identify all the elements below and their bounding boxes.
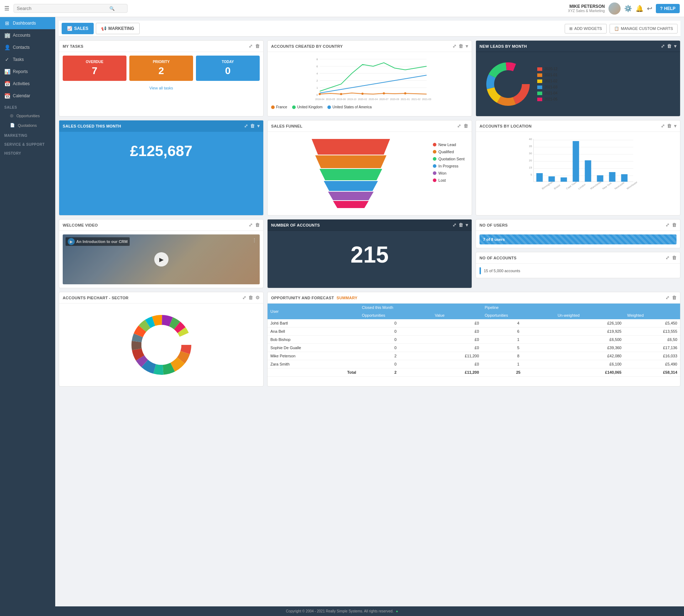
priority-card[interactable]: PRIORITY 2 — [129, 56, 193, 81]
expand-icon[interactable]: ⤢ — [244, 123, 248, 129]
sales-funnel-body: New Lead Qualified Quotation Sent — [268, 132, 472, 215]
right-widgets-column: NO OF USERS ⤢ 🗑 7 of 8 users — [476, 219, 680, 288]
welcome-video-widget: WELCOME VIDEO ⤢ 🗑 ▶ An Intr — [59, 219, 264, 288]
delete-icon[interactable]: 🗑 — [458, 43, 463, 49]
help-button[interactable]: ? HELP — [656, 4, 680, 13]
expand-icon[interactable]: ⤢ — [665, 222, 669, 228]
today-card[interactable]: TODAY 0 — [196, 56, 260, 81]
svg-rect-53 — [585, 160, 591, 182]
expand-icon[interactable]: ⤢ — [661, 123, 665, 129]
manage-charts-button[interactable]: 📋 MANAGE CUSTOM CHARTS — [610, 24, 678, 33]
sidebar-item-quotations[interactable]: 📄 Quotations — [0, 120, 55, 130]
col-opps-pipeline: Opportunities — [482, 311, 555, 319]
svg-rect-51 — [561, 177, 567, 182]
marketing-tab-icon: 📢 — [101, 26, 107, 31]
expand-icon[interactable]: ⤢ — [661, 43, 665, 49]
search-input[interactable] — [17, 6, 109, 11]
legend-2021-02: 2021-02 — [537, 79, 558, 83]
sidebar-item-contacts[interactable]: 👤 Contacts — [0, 41, 55, 53]
svg-text:6: 6 — [316, 65, 318, 68]
sidebar: ⊞ Dashboards 🏢 Accounts 👤 Contacts ✓ Tas… — [0, 17, 55, 606]
expand-icon[interactable]: ⤢ — [249, 43, 253, 49]
logout-icon[interactable]: ↩ — [647, 5, 652, 12]
delete-icon[interactable]: 🗑 — [250, 123, 255, 129]
notification-icon[interactable]: 🔔 — [636, 5, 643, 12]
sidebar-item-opportunities[interactable]: ◎ Opportunities — [0, 111, 55, 120]
cell-unweighted: £19,925 — [555, 327, 624, 336]
expand-icon[interactable]: ⤢ — [452, 43, 456, 49]
widget-icons: ⤢ 🗑 ▾ — [661, 123, 677, 129]
piechart-body — [59, 304, 263, 386]
expand-icon[interactable]: ⤢ — [457, 123, 461, 129]
widget-icons: ⤢ 🗑 ▾ — [661, 43, 677, 49]
add-widgets-button[interactable]: ⊞ ADD WIDGETS — [565, 24, 607, 33]
legend-quotation-sent: Quotation Sent — [433, 157, 465, 161]
cell-closed-value: £11,200 — [432, 352, 482, 360]
cell-user: Bob Bishop — [268, 336, 359, 344]
chevron-down-icon[interactable]: ▾ — [466, 43, 468, 49]
delete-icon[interactable]: 🗑 — [248, 295, 253, 300]
view-all-tasks-link[interactable]: View all tasks — [63, 84, 260, 90]
sales-closed-widget: SALES CLOSED THIS MONTH ⤢ 🗑 ▾ £125,687 — [59, 120, 264, 216]
cell-unweighted: £42,080 — [555, 352, 624, 360]
cell-closed-value: £0 — [432, 327, 482, 336]
widget-icons: ⤢ 🗑 — [665, 295, 677, 300]
delete-icon[interactable]: 🗑 — [672, 222, 677, 228]
search-bar[interactable]: 🔍 — [14, 4, 128, 13]
svg-text:2021-03: 2021-03 — [422, 98, 431, 100]
delete-icon[interactable]: 🗑 — [672, 255, 677, 260]
overdue-card[interactable]: OVERDUE 7 — [63, 56, 126, 81]
svg-point-34 — [496, 72, 520, 97]
settings-icon[interactable]: ⚙ — [255, 295, 260, 300]
expand-icon[interactable]: ⤢ — [452, 222, 456, 228]
legend-uk: United Kingdom — [292, 105, 322, 109]
svg-point-12 — [319, 93, 321, 95]
delete-icon[interactable]: 🗑 — [255, 43, 260, 49]
delete-icon[interactable]: 🗑 — [463, 123, 468, 129]
expand-icon[interactable]: ⤢ — [242, 295, 246, 300]
delete-icon[interactable]: 🗑 — [255, 222, 260, 228]
cell-weighted: £5,490 — [624, 360, 680, 368]
sidebar-item-dashboards[interactable]: ⊞ Dashboards — [0, 17, 55, 29]
main-content: 📈 SALES 📢 MARKETING ⊞ ADD WIDGETS 📋 — [55, 17, 684, 606]
settings-icon[interactable]: ⚙️ — [624, 5, 632, 12]
cell-weighted: £16,033 — [624, 352, 680, 360]
delete-icon[interactable]: 🗑 — [667, 123, 672, 129]
video-overlay[interactable]: ▶ — [63, 234, 260, 284]
chevron-down-icon[interactable]: ▾ — [674, 43, 677, 49]
sidebar-item-activities[interactable]: 📅 Activities — [0, 78, 55, 90]
cell-total-unweighted: £140,065 — [555, 368, 624, 377]
chevron-down-icon[interactable]: ▾ — [257, 123, 260, 129]
tab-marketing[interactable]: 📢 MARKETING — [96, 23, 140, 34]
donut-chart — [483, 59, 533, 109]
chevron-down-icon[interactable]: ▾ — [466, 222, 468, 228]
delete-icon[interactable]: 🗑 — [667, 43, 672, 49]
expand-icon[interactable]: ⤢ — [665, 295, 669, 300]
sidebar-item-label: Calendar — [13, 93, 30, 98]
expand-icon[interactable]: ⤢ — [249, 222, 253, 228]
sidebar-item-reports[interactable]: 📊 Reports — [0, 66, 55, 78]
line-chart: 8 6 4 2 1 0 — [271, 56, 468, 102]
svg-text:New York: New York — [602, 182, 612, 190]
svg-text:Bristol: Bristol — [554, 184, 561, 190]
chevron-down-icon[interactable]: ▾ — [674, 123, 677, 129]
sidebar-item-tasks[interactable]: ✓ Tasks — [0, 53, 55, 66]
video-thumbnail[interactable]: ▶ An Introduction to our CRM ⋮ ▶ — [63, 234, 260, 284]
svg-text:2019-08: 2019-08 — [337, 98, 346, 100]
play-button[interactable]: ▶ — [154, 252, 169, 266]
menu-icon[interactable]: ☰ — [4, 5, 9, 12]
expand-icon[interactable]: ⤢ — [665, 255, 669, 260]
delete-icon[interactable]: 🗑 — [672, 295, 677, 300]
my-tasks-body: OVERDUE 7 PRIORITY 2 TODAY 0 — [59, 52, 263, 94]
delete-icon[interactable]: 🗑 — [458, 222, 463, 228]
legend-2021-04: 2021-04 — [537, 91, 558, 95]
tab-sales[interactable]: 📈 SALES — [62, 23, 94, 34]
sidebar-item-calendar[interactable]: 📆 Calendar — [0, 90, 55, 102]
svg-text:5: 5 — [530, 173, 532, 176]
avatar[interactable] — [608, 2, 621, 15]
sidebar-item-accounts[interactable]: 🏢 Accounts — [0, 29, 55, 41]
svg-text:30: 30 — [529, 152, 532, 155]
opportunity-body: User Closed this Month Pipeline Opportun… — [268, 304, 680, 377]
cell-unweighted: £39,360 — [555, 344, 624, 352]
cell-pipeline-opps: 1 — [482, 336, 555, 344]
